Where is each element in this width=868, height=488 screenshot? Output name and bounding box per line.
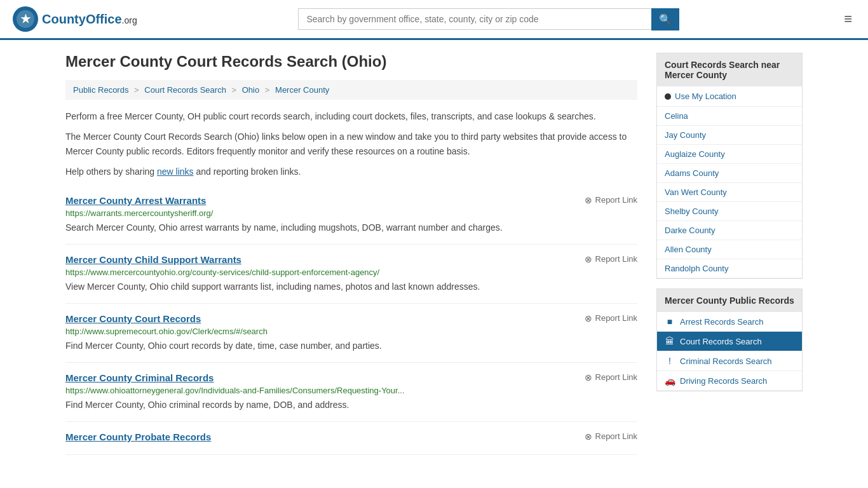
record-header: Mercer County Arrest Warrants ⊗ Report L… xyxy=(65,195,637,206)
breadcrumb-ohio[interactable]: Ohio xyxy=(242,85,259,95)
breadcrumb-mercer-county[interactable]: Mercer County xyxy=(275,85,329,95)
nearby-link[interactable]: Auglaize County xyxy=(657,145,802,164)
record-desc: View Mercer County, Ohio child support w… xyxy=(65,280,637,294)
report-icon: ⊗ xyxy=(585,313,592,323)
breadcrumb: Public Records > Court Records Search > … xyxy=(65,80,637,100)
record-entry: Mercer County Criminal Records ⊗ Report … xyxy=(65,363,637,422)
record-desc: Find Mercer County, Ohio court records b… xyxy=(65,339,637,353)
report-link[interactable]: ⊗ Report Link xyxy=(585,195,637,205)
record-url[interactable]: https://www.mercercountyohio.org/county-… xyxy=(65,268,637,277)
search-input[interactable] xyxy=(298,8,651,30)
logo-text: CountyOffice.org xyxy=(42,12,137,27)
record-entry: Mercer County Child Support Warrants ⊗ R… xyxy=(65,245,637,304)
record-desc: Find Mercer County, Ohio criminal record… xyxy=(65,398,637,412)
public-records-item[interactable]: ■Arrest Records Search xyxy=(657,312,802,332)
breadcrumb-public-records[interactable]: Public Records xyxy=(73,85,128,95)
sidebar-item-icon: ! xyxy=(665,356,675,366)
public-records-header: Mercer County Public Records xyxy=(657,289,802,312)
svg-text:★: ★ xyxy=(20,13,31,25)
content-area: Mercer County Court Records Search (Ohio… xyxy=(65,53,637,455)
intro-paragraph-1: Perform a free Mercer County, OH public … xyxy=(65,109,637,123)
report-link[interactable]: ⊗ Report Link xyxy=(585,372,637,383)
records-list: Mercer County Arrest Warrants ⊗ Report L… xyxy=(65,186,637,455)
report-icon: ⊗ xyxy=(585,254,592,264)
nearby-section-header: Court Records Search near Mercer County xyxy=(657,53,802,86)
report-link[interactable]: ⊗ Report Link xyxy=(585,431,637,442)
nearby-link[interactable]: Allen County xyxy=(657,240,802,259)
nearby-link[interactable]: Shelby County xyxy=(657,202,802,221)
nearby-link[interactable]: Van Wert County xyxy=(657,183,802,202)
record-entry: Mercer County Court Records ⊗ Report Lin… xyxy=(65,304,637,363)
record-header: Mercer County Child Support Warrants ⊗ R… xyxy=(65,254,637,265)
main-container: Mercer County Court Records Search (Ohio… xyxy=(53,40,815,468)
record-url[interactable]: https://www.ohioattorneygeneral.gov/Indi… xyxy=(65,386,637,395)
record-title[interactable]: Mercer County Child Support Warrants xyxy=(65,254,241,265)
public-records-item[interactable]: 🚗Driving Records Search xyxy=(657,371,802,391)
use-my-location[interactable]: Use My Location xyxy=(657,86,802,107)
nearby-link[interactable]: Adams County xyxy=(657,164,802,183)
nearby-links: Use My LocationCelinaJay CountyAuglaize … xyxy=(657,86,802,278)
report-link[interactable]: ⊗ Report Link xyxy=(585,254,637,264)
record-desc: Search Mercer County, Ohio arrest warran… xyxy=(65,221,637,234)
logo-icon: ★ xyxy=(13,6,38,32)
nearby-section: Court Records Search near Mercer County … xyxy=(656,53,803,279)
report-icon: ⊗ xyxy=(585,431,592,442)
public-records-item[interactable]: 🏛Court Records Search xyxy=(657,332,802,351)
intro-paragraph-3: Help others by sharing new links and rep… xyxy=(65,165,637,179)
report-icon: ⊗ xyxy=(585,195,592,205)
record-title[interactable]: Mercer County Arrest Warrants xyxy=(65,195,206,206)
search-area: 🔍 xyxy=(298,8,679,30)
public-records-items: ■Arrest Records Search🏛Court Records Sea… xyxy=(657,312,802,391)
record-url[interactable]: https://warrants.mercercountysheriff.org… xyxy=(65,208,637,218)
logo-area: ★ CountyOffice.org xyxy=(13,6,137,32)
location-dot-icon xyxy=(665,93,671,100)
record-title[interactable]: Mercer County Court Records xyxy=(65,313,201,324)
header: ★ CountyOffice.org 🔍 ≡ xyxy=(0,0,868,40)
public-records-item[interactable]: !Criminal Records Search xyxy=(657,351,802,371)
hamburger-menu-icon[interactable]: ≡ xyxy=(841,8,855,30)
breadcrumb-court-records-search[interactable]: Court Records Search xyxy=(144,85,226,95)
record-title[interactable]: Mercer County Probate Records xyxy=(65,431,211,442)
nearby-link[interactable]: Randolph County xyxy=(657,259,802,278)
record-header: Mercer County Probate Records ⊗ Report L… xyxy=(65,431,637,442)
nearby-link[interactable]: Darke County xyxy=(657,221,802,240)
record-entry: Mercer County Arrest Warrants ⊗ Report L… xyxy=(65,186,637,245)
search-button[interactable]: 🔍 xyxy=(651,8,679,30)
new-links-link[interactable]: new links xyxy=(157,166,194,177)
sidebar-item-icon: 🏛 xyxy=(665,336,675,346)
intro-paragraph-2: The Mercer County Court Records Search (… xyxy=(65,130,637,158)
record-header: Mercer County Criminal Records ⊗ Report … xyxy=(65,372,637,383)
sidebar: Court Records Search near Mercer County … xyxy=(656,53,803,455)
record-entry: Mercer County Probate Records ⊗ Report L… xyxy=(65,422,637,455)
public-records-section: Mercer County Public Records ■Arrest Rec… xyxy=(656,288,803,391)
record-title[interactable]: Mercer County Criminal Records xyxy=(65,372,214,383)
report-link[interactable]: ⊗ Report Link xyxy=(585,313,637,323)
nearby-link[interactable]: Jay County xyxy=(657,126,802,145)
page-title: Mercer County Court Records Search (Ohio… xyxy=(65,53,637,71)
sidebar-item-icon: 🚗 xyxy=(665,376,675,386)
report-icon: ⊗ xyxy=(585,372,592,383)
record-url[interactable]: http://www.supremecourt.ohio.gov/Clerk/e… xyxy=(65,327,637,336)
sidebar-item-icon: ■ xyxy=(665,316,675,327)
record-header: Mercer County Court Records ⊗ Report Lin… xyxy=(65,313,637,324)
nearby-link[interactable]: Celina xyxy=(657,107,802,126)
